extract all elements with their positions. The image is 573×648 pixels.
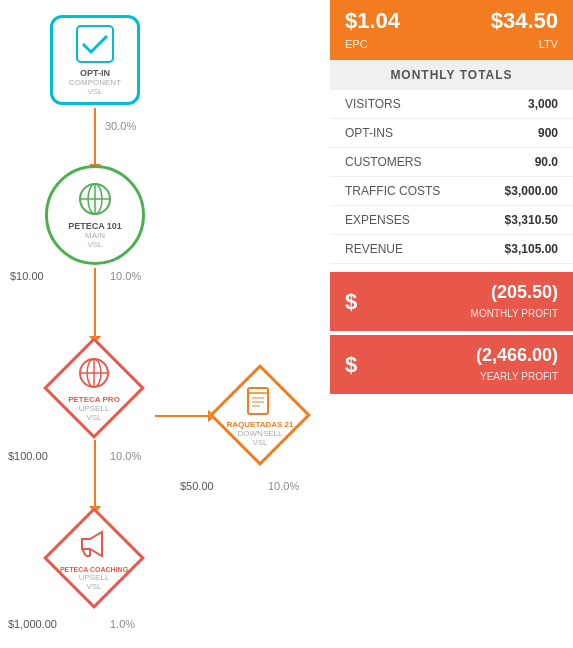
epc-block: $1.04 EPC	[345, 8, 452, 52]
totals-row: OPT-INS900	[330, 119, 573, 148]
monthly-profit-label: MONTHLY PROFIT	[471, 308, 558, 319]
yearly-profit-dollar: $	[345, 352, 357, 378]
peteca101-sublabel2: VSL	[87, 240, 102, 249]
totals-label: OPT-INS	[330, 119, 476, 148]
coaching-price: $1,000.00	[8, 618, 57, 630]
svg-line-16	[82, 549, 86, 556]
totals-value: $3,310.50	[476, 206, 573, 235]
epc-value: $1.04	[345, 8, 452, 34]
totals-row: CUSTOMERS90.0	[330, 148, 573, 177]
yearly-profit-box: $ (2,466.00) YEARLY PROFIT	[330, 335, 573, 394]
raquetadas-sublabel: DOWNSELL	[238, 429, 283, 438]
arrow-optin-peteca101	[94, 108, 96, 166]
peteca101-price: $10.00	[10, 270, 44, 282]
totals-label: VISITORS	[330, 90, 476, 119]
totals-row: TRAFFIC COSTS$3,000.00	[330, 177, 573, 206]
raquetadas-node: RAQUETADAS 21 DOWNSELL VSL	[210, 365, 310, 465]
peteca-pro-price: $100.00	[8, 450, 48, 462]
totals-value: 90.0	[476, 148, 573, 177]
peteca-pro-sublabel: UPSELL	[79, 404, 110, 413]
arrow-peteca101-pro	[94, 268, 96, 338]
totals-label: REVENUE	[330, 235, 476, 264]
peteca-pro-content: PETECA PRO UPSELL VSL	[44, 338, 144, 438]
optin-node: OPT-IN COMPONENT VSL	[50, 15, 140, 105]
coaching-sublabel: UPSELL	[79, 573, 110, 582]
coaching-percent: 1.0%	[110, 618, 135, 630]
optin-sublabel: COMPONENT	[69, 78, 121, 87]
yearly-profit-right: (2,466.00) YEARLY PROFIT	[367, 345, 558, 384]
ltv-block: $34.50 LTV	[452, 8, 559, 52]
yearly-profit-value: (2,466.00)	[367, 345, 558, 366]
svg-rect-9	[248, 388, 268, 414]
raquetadas-book-icon	[244, 384, 276, 416]
totals-label: EXPENSES	[330, 206, 476, 235]
coaching-megaphone-icon	[76, 526, 112, 562]
totals-value: $3,105.00	[476, 235, 573, 264]
yearly-profit-label: YEARLY PROFIT	[480, 371, 558, 382]
peteca101-percent: 10.0%	[110, 270, 141, 282]
totals-value: 3,000	[476, 90, 573, 119]
flow-area: OPT-IN COMPONENT VSL 30.0% PETECA 101 MA…	[0, 0, 330, 648]
svg-rect-0	[77, 26, 113, 62]
totals-row: EXPENSES$3,310.50	[330, 206, 573, 235]
raquetadas-content: RAQUETADAS 21 DOWNSELL VSL	[210, 365, 310, 465]
optin-label: OPT-IN	[80, 68, 110, 78]
coaching-node: PETECA COACHING UPSELL VSL	[44, 508, 144, 608]
arrow-pro-raquetadas	[155, 415, 210, 417]
totals-label: TRAFFIC COSTS	[330, 177, 476, 206]
raquetadas-label: RAQUETADAS 21	[227, 420, 294, 429]
peteca101-label: PETECA 101	[68, 221, 122, 231]
optin-sublabel2: VSL	[87, 87, 102, 96]
totals-value: 900	[476, 119, 573, 148]
monthly-profit-value: (205.50)	[367, 282, 558, 303]
raquetadas-sublabel2: VSL	[252, 438, 267, 447]
ltv-value: $34.50	[452, 8, 559, 34]
monthly-profit-right: (205.50) MONTHLY PROFIT	[367, 282, 558, 321]
peteca101-node: PETECA 101 MAIN VSL	[45, 165, 145, 265]
peteca101-sublabel: MAIN	[85, 231, 105, 240]
peteca-pro-globe-icon	[76, 355, 112, 391]
peteca-pro-percent: 10.0%	[110, 450, 141, 462]
peteca-pro-label: PETECA PRO	[68, 395, 120, 404]
coaching-sublabel2: VSL	[86, 582, 101, 591]
monthly-totals-header: MONTHLY TOTALS	[330, 60, 573, 90]
coaching-content: PETECA COACHING UPSELL VSL	[44, 508, 144, 608]
raquetadas-price: $50.00	[180, 480, 214, 492]
arrow-pro-coaching	[94, 440, 96, 508]
monthly-profit-box: $ (205.50) MONTHLY PROFIT	[330, 272, 573, 331]
optin-check-icon	[75, 24, 115, 64]
peteca101-globe-icon	[77, 181, 113, 217]
totals-row: REVENUE$3,105.00	[330, 235, 573, 264]
ltv-label: LTV	[539, 38, 558, 50]
monthly-profit-dollar: $	[345, 289, 357, 315]
optin-percent: 30.0%	[105, 120, 136, 132]
epc-ltv-bar: $1.04 EPC $34.50 LTV	[330, 0, 573, 60]
peteca-pro-sublabel2: VSL	[86, 413, 101, 422]
peteca-pro-node: PETECA PRO UPSELL VSL	[44, 338, 144, 438]
right-panel: $1.04 EPC $34.50 LTV MONTHLY TOTALS VISI…	[330, 0, 573, 648]
totals-value: $3,000.00	[476, 177, 573, 206]
raquetadas-percent: 10.0%	[268, 480, 299, 492]
totals-row: VISITORS3,000	[330, 90, 573, 119]
totals-label: CUSTOMERS	[330, 148, 476, 177]
coaching-label: PETECA COACHING	[60, 566, 128, 573]
totals-table: VISITORS3,000OPT-INS900CUSTOMERS90.0TRAF…	[330, 90, 573, 264]
epc-label: EPC	[345, 38, 368, 50]
